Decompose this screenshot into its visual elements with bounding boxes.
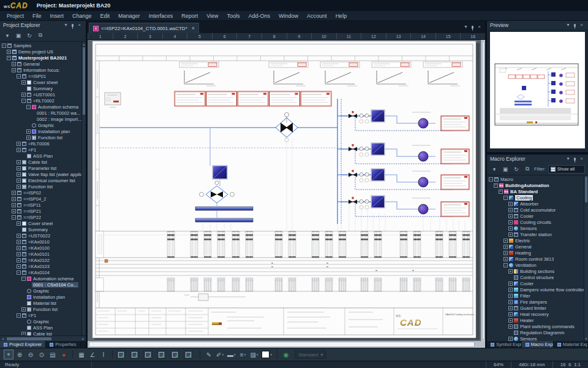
tree-item[interactable]: −BABuildingAutomation [487,182,588,188]
tree-expander[interactable]: + [17,221,21,226]
menu-add-ons[interactable]: Add-Ons [244,13,275,19]
tree-expander[interactable]: + [26,136,31,140]
tree-expander[interactable]: + [17,178,21,183]
tree-item[interactable]: −Cooling [487,194,588,201]
tree-expander[interactable]: + [503,251,508,255]
pin-icon[interactable] [574,24,576,27]
tree-expander[interactable]: − [7,56,11,60]
tree-expander[interactable]: + [508,232,513,237]
line-style[interactable]: ≡▾ [238,350,248,359]
project-tree-scrollbar[interactable]: ▴ [81,42,86,335]
tree-item[interactable]: +Plant switching commands [487,323,588,329]
line-width[interactable]: ▬▾ [226,350,237,359]
tree-item[interactable]: +Cable list [0,159,86,165]
chevron-down-icon[interactable]: ▾ [565,155,571,163]
tree-expander[interactable]: − [499,190,503,194]
tree-item[interactable]: ASS Plan [0,324,86,331]
tree-item[interactable]: +Cover sheet [0,79,86,85]
tree-item[interactable]: −Macro [487,176,588,182]
menu-account[interactable]: Account [303,13,331,19]
tree-expander[interactable]: + [508,220,513,224]
tree-item[interactable]: Graphic [0,122,86,128]
move-tool[interactable] [116,350,126,359]
tree-expander[interactable]: + [12,62,16,66]
tree-expander[interactable]: + [17,185,21,189]
tree-item[interactable]: +Filter [487,293,588,299]
tree-item[interactable]: Graphic [0,288,86,294]
tree-expander[interactable]: + [17,258,21,263]
tree-item[interactable]: 0001 : CSx0104 Co... [0,282,86,288]
tree-item[interactable]: +=RLT0006 [0,140,86,147]
copy-structure-icon[interactable]: ⧉ [36,31,45,40]
tree-expander[interactable]: + [508,202,513,206]
tree-expander[interactable]: + [17,264,21,269]
tree-item[interactable]: +=UST0022 [0,232,86,239]
mirror-tool[interactable] [143,350,153,359]
canvas-vscrollbar[interactable] [481,40,485,341]
filter-input[interactable]: Show all [548,165,585,174]
chevron-down-icon[interactable]: ▾ [62,21,69,29]
tree-expander[interactable]: − [2,44,6,48]
tree-item[interactable]: −==ISP01 [0,73,86,79]
tree-expander[interactable]: − [503,196,508,200]
macro-tree-scrollbar[interactable]: ▾ [584,175,588,341]
snap-grid[interactable]: ▦ [77,350,86,359]
tree-expander[interactable]: + [12,209,16,213]
tree-item[interactable]: +Cover sheet [0,220,86,226]
zoom-out[interactable]: ⊖ [26,350,36,359]
menu-project[interactable]: Project [2,13,28,19]
tree-item[interactable]: Summary [0,85,86,91]
tree-item[interactable]: +Cooling circuits [487,219,588,225]
stretch-tool[interactable] [170,350,179,359]
scale-tool[interactable] [157,350,166,359]
tree-expander[interactable]: + [21,307,26,312]
tree-expander[interactable]: + [17,148,21,152]
close-icon[interactable]: × [76,21,83,29]
brush-tool[interactable]: ✐▾ [215,350,225,359]
drawing-canvas[interactable]: WS CAD KAx0104 Cooling circuits pro... [88,40,485,341]
tree-item[interactable]: +==ISP04_2 [0,196,86,202]
tree-expander[interactable]: + [508,214,513,218]
tree-expander[interactable]: + [503,245,508,249]
tree-item[interactable]: +=KAx0010 [0,239,86,245]
tree-item[interactable]: +=KAx0102 [0,257,86,263]
tree-item[interactable]: +Demo project US [0,48,86,55]
tree-item[interactable]: +Room control 3813 [487,256,588,262]
pin-icon[interactable] [472,26,473,29]
tree-expander[interactable]: − [503,263,508,267]
angle-tool[interactable]: ∠ [88,350,97,359]
tree-expander[interactable]: + [12,203,16,207]
close-icon[interactable]: × [476,23,483,31]
refresh-icon[interactable]: ↻ [25,31,34,40]
zoom-in[interactable]: ⊕ [15,350,24,359]
tree-expander[interactable]: − [489,177,493,182]
tree-item[interactable]: −Samples [0,42,86,48]
tree-item[interactable]: 0002 : Image Import... [0,116,86,122]
tree-item[interactable]: −=F1 [0,312,86,318]
tree-expander[interactable]: − [17,74,21,79]
tree-expander[interactable]: − [21,99,26,103]
tree-item[interactable]: +Fire dampers [487,299,588,305]
tree-expander[interactable]: + [508,226,513,231]
folder-icon[interactable]: ▣ [14,31,23,40]
tree-item[interactable]: +=KAx0103 [0,263,86,269]
tree-expander[interactable]: + [17,172,21,177]
tree-item[interactable]: Graphic [0,318,86,324]
dock-tab-project-explorer[interactable]: Project Explorer [0,341,46,348]
tree-item[interactable]: Material list [0,300,86,306]
tree-expander[interactable]: + [17,160,21,164]
tree-item[interactable]: Summary [0,226,86,232]
menu-insert[interactable]: Insert [46,13,69,19]
select-tool[interactable]: ⌖ [4,350,13,359]
menu-report[interactable]: Report [177,13,202,19]
tree-item[interactable]: Control structure [487,274,588,280]
tree-expander[interactable]: + [508,300,513,304]
menu-view[interactable]: View [202,13,222,19]
tree-expander[interactable]: + [508,306,513,310]
tree-expander[interactable]: + [26,129,31,134]
tree-item[interactable]: +Installation plan [0,128,86,134]
dock-tab-symbol-explor-[interactable]: Symbol Explor... [487,341,522,348]
tree-expander[interactable]: − [26,105,31,109]
render-red[interactable]: ● [59,350,69,359]
tree-item[interactable]: +Guard limiter [487,305,588,311]
